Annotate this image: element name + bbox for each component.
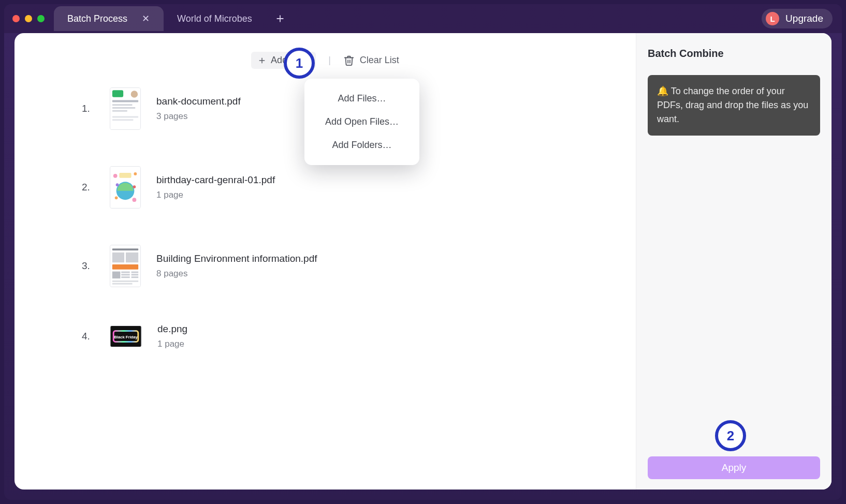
hint-text: 🔔 To change the order of your PDFs, drag… xyxy=(657,86,808,124)
dropdown-item-add-open-files[interactable]: Add Open Files… xyxy=(304,110,419,134)
ordinal: 3. xyxy=(82,260,94,272)
svg-rect-9 xyxy=(112,107,135,109)
file-meta: birthday-card-genral-01.pdf 1 page xyxy=(156,174,275,200)
svg-rect-5 xyxy=(112,90,123,97)
list-item[interactable]: 4. Black Friday de.png 1 page xyxy=(82,323,594,349)
window-controls xyxy=(12,15,45,22)
tab-label: Batch Process xyxy=(67,13,127,24)
svg-rect-33 xyxy=(132,276,139,278)
new-tab-button[interactable] xyxy=(271,9,289,28)
titlebar: Batch Process ✕ World of Microbes L Upgr… xyxy=(4,4,842,33)
tab-strip: Batch Process ✕ World of Microbes xyxy=(54,4,289,33)
svg-rect-24 xyxy=(112,253,124,262)
clear-list-label: Clear List xyxy=(360,55,399,66)
file-thumbnail xyxy=(110,87,141,130)
svg-rect-25 xyxy=(126,253,138,262)
svg-point-17 xyxy=(134,172,137,175)
dropdown-item-add-files[interactable]: Add Files… xyxy=(304,87,419,110)
svg-rect-35 xyxy=(112,283,133,285)
toolbar: Add Files | Clear List xyxy=(14,52,636,69)
svg-rect-30 xyxy=(121,276,129,278)
side-panel-title: Batch Combine xyxy=(648,48,820,60)
app-window: Batch Process ✕ World of Microbes L Upgr… xyxy=(4,4,842,500)
tab-label: World of Microbes xyxy=(177,13,252,24)
file-name: birthday-card-genral-01.pdf xyxy=(156,174,275,186)
callout-1: 1 xyxy=(284,48,315,79)
svg-rect-11 xyxy=(112,116,138,118)
close-window-button[interactable] xyxy=(12,15,20,22)
side-panel: Batch Combine 🔔 To change the order of y… xyxy=(636,33,832,490)
toolbar-divider: | xyxy=(328,55,331,66)
file-name: Building Environment information.pdf xyxy=(156,253,317,264)
svg-rect-23 xyxy=(112,248,138,250)
file-thumbnail: Black Friday xyxy=(110,325,142,347)
callout-2: 2 xyxy=(715,420,746,451)
svg-rect-26 xyxy=(112,264,138,270)
dropdown-item-add-folders[interactable]: Add Folders… xyxy=(304,134,419,157)
file-thumbnail xyxy=(110,166,141,209)
apply-button[interactable]: Apply xyxy=(648,456,820,479)
file-thumbnail xyxy=(110,245,141,287)
file-meta: de.png 1 page xyxy=(157,323,187,349)
svg-rect-12 xyxy=(112,119,134,121)
hint-box: 🔔 To change the order of your PDFs, drag… xyxy=(648,75,820,136)
svg-rect-32 xyxy=(132,274,139,275)
svg-rect-8 xyxy=(112,104,133,106)
file-name: de.png xyxy=(157,323,187,335)
list-item[interactable]: 2. birthday-card-genral-01.pdf 1 page xyxy=(82,166,594,209)
svg-rect-28 xyxy=(121,272,129,273)
upgrade-button[interactable]: L Upgrade xyxy=(762,9,833,28)
add-files-dropdown: Add Files… Add Open Files… Add Folders… xyxy=(304,79,419,165)
file-meta: bank-document.pdf 3 pages xyxy=(156,96,241,122)
main-panel: Add Files | Clear List 1 Add Files… Add … xyxy=(14,33,636,490)
svg-rect-27 xyxy=(112,272,120,279)
avatar: L xyxy=(766,12,779,25)
file-pages: 1 page xyxy=(157,339,187,349)
file-name: bank-document.pdf xyxy=(156,96,241,107)
ordinal: 4. xyxy=(82,331,94,342)
upgrade-label: Upgrade xyxy=(785,13,823,24)
file-pages: 1 page xyxy=(156,190,275,200)
svg-rect-31 xyxy=(132,272,139,273)
svg-point-16 xyxy=(113,174,118,178)
ordinal: 1. xyxy=(82,103,94,114)
svg-text:Black Friday: Black Friday xyxy=(114,335,138,339)
trash-icon xyxy=(343,55,355,66)
svg-rect-10 xyxy=(112,110,127,112)
svg-point-21 xyxy=(133,185,136,188)
plus-icon xyxy=(257,56,267,65)
svg-point-18 xyxy=(133,198,137,202)
maximize-window-button[interactable] xyxy=(37,15,45,22)
tab-batch-process[interactable]: Batch Process ✕ xyxy=(54,6,164,31)
close-tab-icon[interactable]: ✕ xyxy=(141,14,150,23)
svg-rect-15 xyxy=(119,173,131,178)
svg-rect-7 xyxy=(112,100,138,102)
file-pages: 3 pages xyxy=(156,111,241,122)
svg-point-19 xyxy=(115,196,118,199)
file-pages: 8 pages xyxy=(156,269,317,279)
apply-label: Apply xyxy=(722,462,747,473)
list-item[interactable]: 3. Building Environment information.pdf … xyxy=(82,245,594,287)
minimize-window-button[interactable] xyxy=(25,15,32,22)
svg-point-6 xyxy=(131,91,138,98)
content-area: Add Files | Clear List 1 Add Files… Add … xyxy=(14,33,832,490)
svg-point-20 xyxy=(116,183,119,186)
svg-rect-29 xyxy=(121,274,129,275)
tab-world-of-microbes[interactable]: World of Microbes xyxy=(164,6,266,31)
clear-list-button[interactable]: Clear List xyxy=(343,55,399,66)
svg-rect-34 xyxy=(112,280,138,282)
file-meta: Building Environment information.pdf 8 p… xyxy=(156,253,317,279)
ordinal: 2. xyxy=(82,182,94,193)
